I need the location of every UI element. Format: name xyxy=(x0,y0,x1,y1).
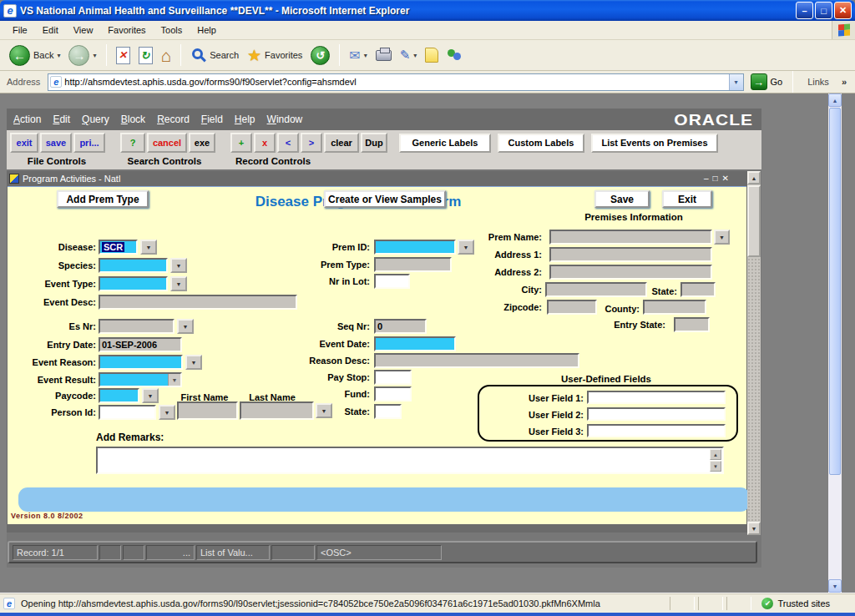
seq-nr-field[interactable]: 0 xyxy=(374,319,427,334)
oracle-menu-action[interactable]: Action xyxy=(13,114,41,125)
custom-labels-button[interactable]: Custom Labels xyxy=(498,134,584,153)
es-nr-field[interactable] xyxy=(99,319,175,334)
event-desc-field[interactable] xyxy=(99,295,297,310)
address2-field[interactable] xyxy=(549,265,712,280)
fund-field[interactable] xyxy=(374,386,412,401)
oracle-menu-field[interactable]: Field xyxy=(201,114,223,125)
links-label[interactable]: Links xyxy=(801,77,829,87)
delete-record-button[interactable]: x xyxy=(254,133,276,153)
add-remarks-textarea[interactable]: ▲ ▼ xyxy=(96,447,724,474)
browser-scroll-up-icon[interactable]: ▲ xyxy=(828,93,842,107)
address-dropdown-button[interactable]: ▾ xyxy=(729,74,743,90)
duplicate-button[interactable]: Dup xyxy=(361,133,387,153)
prem-id-field[interactable] xyxy=(374,240,456,255)
form-scroll-down-icon[interactable]: ▼ xyxy=(747,522,761,535)
address-input[interactable]: e http://ahsmdevtest.aphis.usda.gov/form… xyxy=(48,73,743,91)
event-date-field[interactable] xyxy=(374,336,456,351)
generic-labels-button[interactable]: Generic Labels xyxy=(399,134,491,153)
event-result-combo-arrow[interactable]: ▼ xyxy=(168,374,180,386)
exit-form-button[interactable]: Exit xyxy=(662,190,712,208)
county-field[interactable] xyxy=(643,300,706,315)
mail-dropdown-icon[interactable]: ▾ xyxy=(364,52,367,59)
refresh-button[interactable]: ↻ xyxy=(136,45,155,66)
premises-state-field[interactable] xyxy=(680,282,716,297)
add-prem-type-button[interactable]: Add Prem Type xyxy=(57,190,149,208)
entry-date-field[interactable]: 01-SEP-2006 xyxy=(99,337,182,352)
messenger-button[interactable] xyxy=(444,46,466,64)
paycode-dropdown-button[interactable]: ▼ xyxy=(142,388,159,403)
minimize-button[interactable]: – xyxy=(796,2,813,19)
oracle-menu-record[interactable]: Record xyxy=(157,114,190,125)
user-field-2-input[interactable] xyxy=(587,407,726,421)
browser-scroll-thumb[interactable] xyxy=(829,108,841,475)
city-field[interactable] xyxy=(545,282,647,297)
stop-button[interactable]: ✕ xyxy=(114,45,133,66)
cancel-query-button[interactable]: cancel xyxy=(147,133,187,153)
nr-in-lot-field[interactable] xyxy=(374,274,410,289)
browser-scrollbar[interactable]: ▲ ▼ xyxy=(828,93,842,593)
pay-stop-field[interactable] xyxy=(374,370,412,385)
first-name-field[interactable] xyxy=(177,401,238,420)
forward-button[interactable]: → ▾ xyxy=(66,43,99,68)
mail-button[interactable]: ✉ ▾ xyxy=(347,46,369,65)
address1-field[interactable] xyxy=(549,247,712,262)
event-type-field[interactable] xyxy=(99,276,168,291)
prem-type-field[interactable] xyxy=(374,257,452,272)
prem-name-field[interactable] xyxy=(549,230,712,245)
home-button[interactable]: ⌂ xyxy=(159,45,175,66)
save-button[interactable]: save xyxy=(40,133,72,153)
oracle-menu-block[interactable]: Block xyxy=(121,114,145,125)
favorites-button[interactable]: ★ Favorites xyxy=(245,44,305,67)
previous-record-button[interactable]: < xyxy=(277,133,299,153)
oracle-menu-help[interactable]: Help xyxy=(235,114,255,125)
state-field[interactable] xyxy=(374,404,402,419)
menu-favorites[interactable]: Favorites xyxy=(100,23,153,38)
form-minimize-button[interactable]: – xyxy=(704,174,709,183)
close-button[interactable]: ✕ xyxy=(834,2,852,19)
reason-desc-field[interactable] xyxy=(374,353,579,368)
species-field[interactable] xyxy=(99,258,168,273)
form-scrollbar[interactable]: ▲ ▼ xyxy=(747,171,761,535)
next-record-button[interactable]: > xyxy=(301,133,322,153)
form-restore-button[interactable]: □ xyxy=(713,174,718,183)
edit-dropdown-icon[interactable]: ▾ xyxy=(413,52,417,59)
menu-tools[interactable]: Tools xyxy=(154,23,190,38)
event-result-field[interactable]: ▼ xyxy=(99,372,182,387)
event-reason-field[interactable] xyxy=(99,355,183,370)
execute-query-button[interactable]: exe xyxy=(189,133,215,153)
remarks-scroll-up-icon[interactable]: ▲ xyxy=(710,449,721,460)
remarks-scrollbar[interactable]: ▲ ▼ xyxy=(710,449,721,472)
form-scroll-up-icon[interactable]: ▲ xyxy=(747,171,761,184)
menu-view[interactable]: View xyxy=(66,23,101,38)
person-id-field[interactable] xyxy=(99,405,156,420)
history-button[interactable]: ↺ xyxy=(308,44,332,67)
prem-name-dropdown-button[interactable]: ▼ xyxy=(714,230,730,245)
entry-state-field[interactable] xyxy=(674,317,710,332)
exit-button[interactable]: exit xyxy=(10,133,38,153)
menu-help[interactable]: Help xyxy=(190,23,224,38)
form-close-button[interactable]: ✕ xyxy=(722,174,729,183)
menu-edit[interactable]: Edit xyxy=(35,23,66,38)
query-help-button[interactable]: ? xyxy=(120,133,145,153)
paycode-field[interactable] xyxy=(99,388,139,403)
forward-dropdown-icon[interactable]: ▾ xyxy=(93,52,96,59)
save-form-button[interactable]: Save xyxy=(594,190,650,208)
back-dropdown-icon[interactable]: ▾ xyxy=(57,52,60,59)
menu-file[interactable]: File xyxy=(5,23,35,38)
add-record-button[interactable]: + xyxy=(230,133,252,153)
create-or-view-samples-button[interactable]: Create or View Samples xyxy=(324,190,446,208)
browser-scroll-down-icon[interactable]: ▼ xyxy=(828,579,842,593)
oracle-menu-query[interactable]: Query xyxy=(82,114,109,125)
form-scroll-thumb[interactable] xyxy=(747,185,761,257)
person-id-dropdown-button[interactable]: ▼ xyxy=(159,405,175,420)
disease-dropdown-button[interactable]: ▼ xyxy=(140,240,157,255)
clear-button[interactable]: clear xyxy=(324,133,359,153)
es-nr-dropdown-button[interactable]: ▼ xyxy=(177,319,194,334)
user-field-3-input[interactable] xyxy=(587,424,726,437)
event-reason-dropdown-button[interactable]: ▼ xyxy=(185,355,202,370)
print-form-button[interactable]: pri... xyxy=(73,133,105,153)
links-chevron-icon[interactable]: » xyxy=(833,77,852,87)
remarks-scroll-down-icon[interactable]: ▼ xyxy=(710,461,721,472)
edit-button[interactable]: ✎ ▾ xyxy=(397,46,420,64)
oracle-menu-edit[interactable]: Edit xyxy=(53,114,70,125)
